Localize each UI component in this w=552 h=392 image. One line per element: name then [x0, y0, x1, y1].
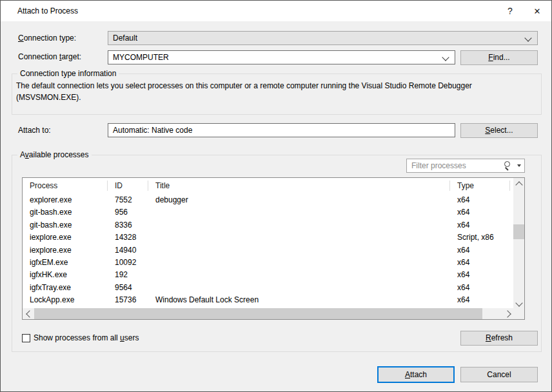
show-all-users-checkbox[interactable]	[22, 334, 30, 342]
connection-info-text: The default connection lets you select p…	[16, 80, 472, 103]
table-row[interactable]: igfxEM.exe10092x64	[23, 256, 513, 268]
table-row[interactable]: iexplore.exe14940x64	[23, 244, 513, 256]
cell-id: 8336	[108, 219, 148, 231]
cell-id: 7552	[108, 193, 148, 206]
help-button[interactable]: ?	[498, 1, 522, 21]
cell-id: 192	[108, 268, 148, 280]
column-header-id[interactable]: ID	[108, 178, 148, 193]
filter-search-button[interactable]	[503, 161, 522, 171]
chevron-up-icon	[515, 181, 522, 188]
attach-to-value: Automatic: Native code	[113, 126, 192, 135]
available-processes-groupbox: Available processes ProcessIDTitleType e…	[12, 155, 542, 352]
cell-type: x64	[450, 206, 510, 218]
filter-dropdown-icon	[517, 164, 521, 167]
chevron-left-icon	[26, 310, 33, 317]
cell-type: x64	[450, 219, 510, 231]
connection-type-value: Default	[113, 34, 137, 43]
cell-process: igfxTray.exe	[23, 281, 108, 293]
cell-title	[148, 231, 450, 243]
connection-info-groupbox: Connection type information The default …	[12, 74, 542, 115]
cell-process: igfxHK.exe	[23, 268, 108, 280]
cell-id: 14328	[108, 231, 148, 243]
close-icon: ✕	[534, 6, 541, 16]
cell-process: igfxEM.exe	[23, 256, 108, 268]
show-all-users-label: Show processes from all users	[34, 333, 139, 342]
cell-title	[148, 256, 450, 268]
cell-id: 956	[108, 206, 148, 218]
table-row[interactable]: igfxHK.exe192x64	[23, 268, 513, 280]
cell-process: explorer.exe	[23, 193, 108, 206]
attach-to-field[interactable]: Automatic: Native code	[108, 123, 455, 137]
column-header-title[interactable]: Title	[148, 178, 450, 193]
cell-type: x64	[450, 293, 510, 306]
cell-title: Windows Default Lock Screen	[148, 293, 450, 306]
cell-type: x64	[450, 256, 510, 268]
select-button[interactable]: Select...	[460, 123, 538, 138]
attach-to-label: Attach to:	[18, 126, 51, 135]
cell-title	[148, 206, 450, 218]
process-table-header: ProcessIDTitleType	[23, 178, 513, 193]
cell-id: 9564	[108, 281, 148, 293]
available-processes-title: Available processes	[17, 150, 92, 159]
connection-target-value: MYCOMPUTER	[113, 53, 169, 62]
table-row[interactable]: explorer.exe7552debuggerx64	[23, 193, 513, 206]
cell-process: iexplore.exe	[23, 244, 108, 256]
vertical-scrollbar-thumb[interactable]	[513, 224, 524, 239]
cell-title	[148, 244, 450, 256]
cell-type: Script, x86	[450, 231, 510, 243]
connection-target-combobox[interactable]: MYCOMPUTER	[108, 50, 455, 64]
column-header-type[interactable]: Type	[450, 178, 510, 193]
process-table-body: explorer.exe7552debuggerx64git-bash.exe9…	[23, 193, 513, 308]
chevron-down-icon	[524, 34, 531, 41]
chevron-down-icon	[515, 299, 522, 306]
find-button[interactable]: Find...	[460, 50, 538, 65]
connection-type-dropdown[interactable]: Default	[108, 31, 538, 45]
cell-type: x64	[450, 193, 510, 206]
cell-type: x64	[450, 281, 510, 293]
table-row[interactable]: igfxTray.exe9564x64	[23, 281, 513, 293]
cell-title	[148, 281, 450, 293]
cancel-button[interactable]: Cancel	[460, 367, 538, 382]
horizontal-scrollbar-thumb[interactable]	[34, 308, 482, 319]
scrollbar-corner	[513, 308, 524, 319]
attach-button[interactable]: Attach	[377, 366, 455, 383]
vertical-scrollbar[interactable]	[513, 178, 524, 308]
filter-input[interactable]	[408, 160, 511, 172]
titlebar: Attach to Process ? ✕	[1, 1, 551, 21]
cell-process: iexplore.exe	[23, 231, 108, 243]
show-all-users-toggle[interactable]: Show processes from all users	[22, 333, 139, 343]
column-header-process[interactable]: Process	[23, 178, 108, 193]
cell-process: git-bash.exe	[23, 206, 108, 218]
connection-info-title: Connection type information	[17, 69, 119, 78]
close-button[interactable]: ✕	[526, 1, 549, 21]
table-row[interactable]: LockApp.exe15736Windows Default Lock Scr…	[23, 293, 513, 306]
table-row[interactable]: git-bash.exe956x64	[23, 206, 513, 218]
cell-type: x64	[450, 244, 510, 256]
cell-id: 15736	[108, 293, 148, 306]
chevron-down-icon	[442, 54, 449, 61]
cell-id: 10092	[108, 256, 148, 268]
horizontal-scrollbar[interactable]	[23, 308, 513, 319]
scroll-left-button[interactable]	[23, 308, 34, 319]
cell-type: x64	[450, 268, 510, 280]
scroll-down-button[interactable]	[513, 297, 524, 308]
cell-process: LockApp.exe	[23, 293, 108, 306]
cell-title: debugger	[148, 193, 450, 206]
table-row[interactable]: git-bash.exe8336x64	[23, 219, 513, 231]
cell-title	[148, 268, 450, 280]
refresh-button[interactable]: Refresh	[460, 331, 538, 346]
scroll-up-button[interactable]	[513, 178, 524, 189]
cell-title	[148, 219, 450, 231]
connection-target-label: Connection target:	[18, 52, 81, 61]
process-table: ProcessIDTitleType explorer.exe7552debug…	[22, 177, 525, 320]
chevron-right-icon	[504, 310, 511, 317]
help-icon: ?	[508, 6, 513, 16]
scroll-right-button[interactable]	[502, 308, 513, 319]
search-icon	[504, 161, 510, 167]
attach-to-process-dialog: Attach to Process ? ✕ Connection type: D…	[0, 0, 552, 392]
table-row[interactable]: iexplore.exe14328Script, x86	[23, 231, 513, 243]
cell-id: 14940	[108, 244, 148, 256]
cell-process: git-bash.exe	[23, 219, 108, 231]
window-title: Attach to Process	[17, 6, 78, 15]
connection-type-label: Connection type:	[18, 34, 76, 43]
